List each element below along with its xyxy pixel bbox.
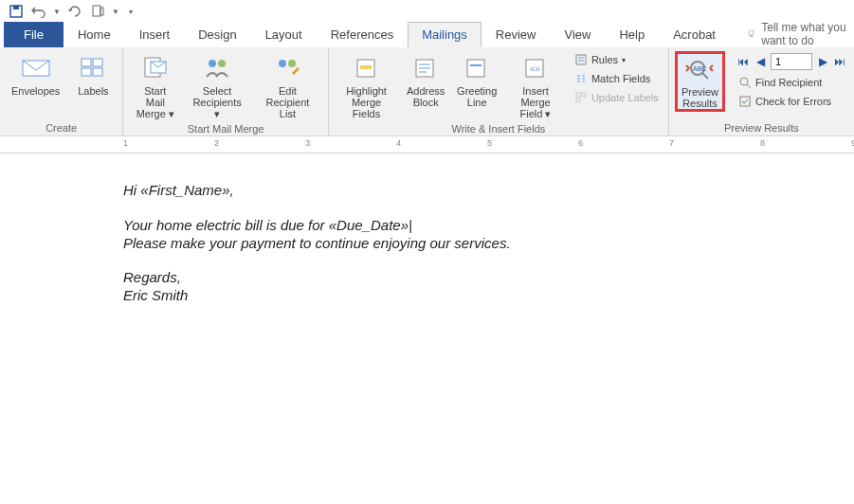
insert-merge-field-button[interactable]: «» Insert Merge Field ▾ [504, 51, 567, 121]
select-recipients-button[interactable]: Select Recipients ▾ [185, 51, 249, 121]
check-errors-label: Check for Errors [755, 96, 831, 107]
svg-rect-29 [576, 99, 580, 102]
group-preview-results: ABC Preview Results ⏮ ◀ ▶ ⏭ Find Recipie… [669, 47, 854, 135]
group-write-label: Write & Insert Fields [335, 121, 663, 135]
check-errors-button[interactable]: Check for Errors [735, 93, 848, 110]
next-record-button[interactable]: ▶ [816, 55, 829, 68]
doc-line-signature: Eric Smith [123, 287, 854, 305]
doc-line-greeting: Hi «First_Name», [123, 182, 854, 200]
ruler-tick: 6 [578, 138, 583, 148]
find-icon [738, 76, 752, 89]
tell-me-label: Tell me what you want to do [761, 21, 854, 47]
doc-line-regards: Regards, [123, 269, 854, 287]
preview-results-button[interactable]: ABC Preview Results [675, 51, 725, 112]
tab-file[interactable]: File [4, 22, 64, 47]
svg-point-13 [218, 60, 226, 67]
svg-point-12 [209, 60, 216, 67]
svg-rect-2 [93, 6, 100, 16]
ruler-tick: 4 [396, 138, 401, 148]
update-labels-label: Update Labels [591, 92, 659, 103]
qat-customize-icon[interactable]: ▾ [129, 8, 133, 16]
ruler-tick: 7 [669, 138, 674, 148]
tab-acrobat[interactable]: Acrobat [659, 22, 730, 47]
tab-home[interactable]: Home [64, 22, 125, 47]
group-startmm-label: Start Mail Merge [129, 121, 322, 135]
svg-rect-33 [740, 97, 750, 106]
labels-label: Labels [78, 85, 108, 97]
tab-review[interactable]: Review [482, 22, 551, 47]
ruler-tick: 2 [214, 138, 219, 148]
horizontal-ruler[interactable]: 1 2 3 4 5 6 7 8 9 [0, 136, 854, 153]
undo-icon[interactable] [30, 3, 47, 20]
match-fields-button[interactable]: Match Fields [571, 70, 663, 87]
document-body[interactable]: Hi «First_Name», Your home electric bill… [0, 153, 854, 305]
svg-rect-22 [467, 60, 484, 77]
group-create: Envelopes Labels Create [0, 47, 123, 135]
svg-rect-26 [576, 55, 586, 64]
address-block-icon [410, 53, 441, 83]
doc-line-payment: Please make your payment to continue enj… [123, 235, 854, 253]
tell-me-search[interactable]: Tell me what you want to do [747, 21, 854, 47]
redo-icon[interactable] [66, 3, 83, 20]
find-recipient-button[interactable]: Find Recipient [735, 74, 848, 91]
highlight-icon [352, 53, 382, 83]
group-write-insert: Highlight Merge Fields Address Block Gre… [329, 47, 669, 135]
insert-field-icon: «» [520, 53, 551, 83]
svg-point-4 [749, 30, 754, 35]
tab-mailings[interactable]: Mailings [408, 22, 482, 47]
greeting-line-button[interactable]: Greeting Line [453, 51, 500, 110]
select-recipients-label: Select Recipients ▾ [191, 85, 244, 119]
touch-dropdown-icon[interactable]: ▼ [112, 8, 119, 16]
svg-rect-1 [13, 6, 19, 9]
tab-layout[interactable]: Layout [251, 22, 317, 47]
undo-dropdown-icon[interactable]: ▼ [53, 8, 61, 16]
ruler-tick: 3 [305, 138, 310, 148]
envelopes-button[interactable]: Envelopes [6, 51, 65, 99]
tab-view[interactable]: View [550, 22, 605, 47]
record-navigation: ⏮ ◀ ▶ ⏭ [735, 51, 848, 72]
preview-results-label: Preview Results [681, 86, 718, 109]
edit-recipients-label: Edit Recipient List [259, 85, 317, 119]
prev-record-button[interactable]: ◀ [754, 55, 767, 68]
start-mail-merge-button[interactable]: Start Mail Merge ▾ [129, 51, 181, 121]
highlight-merge-fields-button[interactable]: Highlight Merge Fields [335, 51, 398, 121]
touch-mode-icon[interactable] [89, 3, 106, 20]
lightbulb-icon [747, 27, 755, 41]
svg-text:«»: «» [530, 63, 541, 74]
match-fields-label: Match Fields [591, 73, 650, 84]
ruler-tick: 5 [487, 138, 492, 148]
match-fields-icon [574, 72, 588, 85]
svg-rect-8 [82, 68, 91, 76]
address-block-label: Address Block [407, 85, 445, 108]
envelopes-label: Envelopes [11, 85, 60, 97]
labels-button[interactable]: Labels [69, 51, 117, 99]
edit-recipient-list-button[interactable]: Edit Recipient List [253, 51, 322, 121]
group-create-label: Create [6, 120, 117, 134]
last-record-button[interactable]: ⏭ [833, 55, 846, 68]
doc-line-bill: Your home electric bill is due for «Due_… [123, 217, 854, 235]
svg-point-15 [288, 60, 296, 67]
svg-rect-7 [93, 59, 102, 66]
tab-references[interactable]: References [317, 22, 408, 47]
tab-insert[interactable]: Insert [125, 22, 185, 47]
select-recipients-icon [202, 53, 232, 83]
svg-rect-6 [82, 59, 91, 66]
highlight-label: Highlight Merge Fields [340, 85, 392, 119]
save-icon[interactable] [8, 3, 25, 20]
greeting-line-icon [462, 53, 492, 83]
rules-icon [574, 53, 588, 66]
rules-button[interactable]: Rules ▾ [571, 51, 663, 68]
labels-icon [78, 53, 108, 83]
preview-results-icon: ABC [684, 54, 715, 84]
check-errors-icon [738, 95, 752, 108]
first-record-button[interactable]: ⏮ [736, 55, 750, 68]
tab-help[interactable]: Help [605, 22, 659, 47]
svg-rect-9 [93, 68, 102, 76]
edit-recipients-icon [272, 53, 302, 83]
tab-design[interactable]: Design [184, 22, 250, 47]
svg-rect-3 [100, 8, 103, 15]
record-number-input[interactable] [771, 53, 812, 70]
find-recipient-label: Find Recipient [755, 77, 822, 88]
envelope-icon [21, 53, 51, 83]
address-block-button[interactable]: Address Block [402, 51, 449, 110]
